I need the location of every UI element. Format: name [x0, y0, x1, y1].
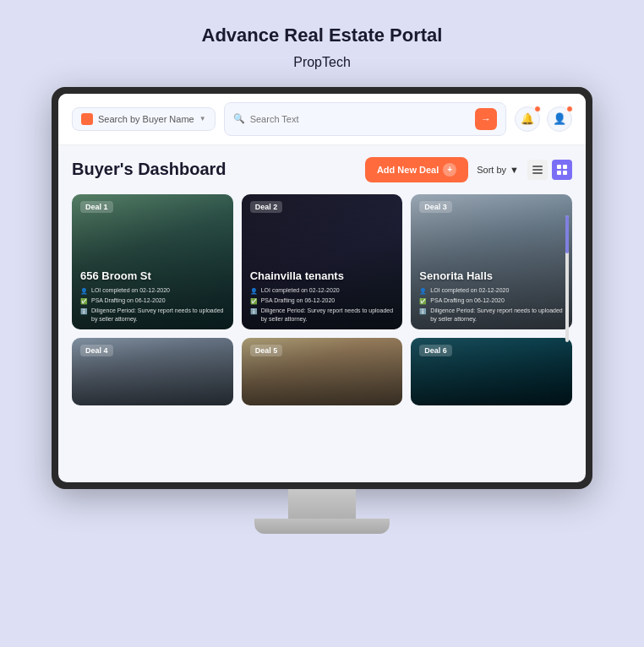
grid-view-button[interactable]	[552, 160, 572, 180]
deal-card[interactable]: Deal 2 Chainvilla tenants 👤 LOI complete…	[242, 194, 403, 329]
deals-area: Deal 1 656 Broom St 👤 LOI completed on 0…	[72, 194, 572, 405]
grid-icon	[557, 165, 567, 175]
bell-icon: 🔔	[521, 112, 534, 125]
search-go-button[interactable]: →	[475, 108, 497, 130]
search-icon: 🔍	[233, 113, 245, 124]
deal-card[interactable]: Deal 5	[242, 338, 403, 405]
profile-badge	[566, 106, 573, 112]
status-text: Diligence Period: Survey report needs to…	[261, 307, 395, 322]
deal-status-items: 👤 LOI completed on 02-12-2020 ✅ PSA Draf…	[419, 286, 564, 322]
buyer-icon	[81, 113, 93, 125]
monitor-stand-base	[254, 519, 390, 534]
sort-chevron-icon: ▼	[510, 165, 519, 175]
deal-card-content: Deal 1 656 Broom St 👤 LOI completed on 0…	[72, 194, 233, 329]
svg-rect-1	[532, 169, 543, 171]
page-title: Advance Real Estate Portal	[202, 24, 443, 48]
deal-status-item: 👤 LOI completed on 02-12-2020	[80, 286, 225, 295]
status-text: Diligence Period: Survey report needs to…	[91, 307, 225, 322]
deal-status-items: 👤 LOI completed on 02-12-2020 ✅ PSA Draf…	[80, 286, 225, 322]
deal-card-content: Deal 5	[242, 338, 403, 405]
profile-icon: 👤	[553, 112, 566, 125]
deal-label: Deal 2	[250, 201, 283, 213]
dashboard-header: Buyer's Dashboard Add New Deal + Sort by…	[72, 157, 572, 182]
deal-name: 656 Broom St	[80, 269, 225, 283]
deal-label: Deal 5	[250, 345, 283, 356]
add-deal-button[interactable]: Add New Deal +	[365, 157, 468, 182]
svg-rect-4	[563, 165, 567, 169]
status-text: PSA Drafting on 06-12-2020	[261, 296, 336, 304]
deal-label: Deal 3	[419, 201, 452, 213]
status-text: LOI completed on 02-12-2020	[261, 286, 340, 294]
deal-label: Deal 6	[419, 345, 452, 356]
deal-label: Deal 4	[80, 345, 113, 356]
deal-card[interactable]: Deal 3 Senorita Halls 👤 LOI completed on…	[411, 194, 572, 329]
deal-card-content: Deal 3 Senorita Halls 👤 LOI completed on…	[411, 194, 572, 329]
list-view-button[interactable]	[527, 160, 548, 180]
deal-card[interactable]: Deal 4	[72, 338, 233, 405]
deal-status-item: ✅ PSA Drafting on 06-12-2020	[250, 296, 395, 305]
deals-grid: Deal 1 656 Broom St 👤 LOI completed on 0…	[72, 194, 572, 405]
list-icon	[532, 166, 543, 174]
svg-rect-5	[557, 171, 561, 175]
chevron-down-icon: ▼	[199, 115, 206, 122]
scroll-thumb	[565, 215, 569, 253]
deal-info: 656 Broom St 👤 LOI completed on 02-12-20…	[80, 213, 225, 323]
deal-info: Chainvilla tenants 👤 LOI completed on 02…	[250, 213, 395, 323]
deal-status-item: 👤 LOI completed on 02-12-2020	[250, 286, 395, 295]
search-bar: 🔍 →	[224, 102, 506, 136]
monitor-frame: Search by Buyer Name ▼ 🔍 → 🔔	[52, 87, 592, 489]
deal-status-item: 👤 LOI completed on 02-12-2020	[419, 286, 564, 295]
sort-by-label: Sort by	[477, 165, 506, 175]
monitor-screen: Search by Buyer Name ▼ 🔍 → 🔔	[58, 94, 586, 482]
deal-label: Deal 1	[80, 201, 113, 213]
arrow-right-icon: →	[481, 113, 491, 125]
sort-by-button[interactable]: Sort by ▼	[477, 165, 519, 175]
deal-info: Senorita Halls 👤 LOI completed on 02-12-…	[419, 213, 564, 323]
monitor: Search by Buyer Name ▼ 🔍 → 🔔	[52, 87, 592, 534]
deal-status-items: 👤 LOI completed on 02-12-2020 ✅ PSA Draf…	[250, 286, 395, 322]
deal-status-item: ✅ PSA Drafting on 06-12-2020	[80, 296, 225, 305]
svg-rect-0	[532, 166, 543, 167]
scroll-indicator	[565, 215, 569, 342]
profile-button[interactable]: 👤	[547, 106, 572, 132]
notification-badge	[534, 106, 541, 112]
status-text: PSA Drafting on 06-12-2020	[91, 296, 166, 304]
view-toggle	[527, 160, 572, 180]
header-actions: Add New Deal + Sort by ▼	[365, 157, 572, 182]
status-text: LOI completed on 02-12-2020	[91, 286, 170, 294]
deal-name: Senorita Halls	[419, 269, 564, 283]
plus-icon: +	[443, 163, 456, 177]
status-text: Diligence Period: Survey report needs to…	[430, 307, 564, 322]
deal-status-item: ✅ PSA Drafting on 06-12-2020	[419, 296, 564, 305]
deal-status-item: ℹ️ Diligence Period: Survey report needs…	[250, 307, 395, 322]
svg-rect-2	[532, 172, 543, 174]
page-subtitle: PropTech	[202, 55, 443, 70]
app-navbar: Search by Buyer Name ▼ 🔍 → 🔔	[58, 94, 586, 145]
nav-icons: 🔔 👤	[515, 106, 572, 132]
search-input[interactable]	[250, 114, 470, 124]
svg-rect-6	[563, 171, 567, 175]
deal-status-item: ℹ️ Diligence Period: Survey report needs…	[80, 307, 225, 322]
page-header: Advance Real Estate Portal PropTech	[185, 0, 460, 79]
status-text: PSA Drafting on 06-12-2020	[430, 296, 505, 304]
status-text: LOI completed on 02-12-2020	[430, 286, 509, 294]
monitor-stand-neck	[288, 489, 356, 519]
svg-rect-3	[557, 165, 561, 169]
deal-card[interactable]: Deal 1 656 Broom St 👤 LOI completed on 0…	[72, 194, 233, 329]
deal-card-content: Deal 4	[72, 338, 233, 405]
dashboard-title: Buyer's Dashboard	[72, 160, 226, 179]
deal-card-content: Deal 2 Chainvilla tenants 👤 LOI complete…	[242, 194, 403, 329]
notification-button[interactable]: 🔔	[515, 106, 540, 132]
dashboard-content: Buyer's Dashboard Add New Deal + Sort by…	[58, 145, 586, 417]
buyer-dropdown[interactable]: Search by Buyer Name ▼	[72, 107, 216, 131]
add-deal-label: Add New Deal	[377, 165, 439, 175]
deal-status-item: ℹ️ Diligence Period: Survey report needs…	[419, 307, 564, 322]
deal-name: Chainvilla tenants	[250, 269, 395, 283]
deal-card[interactable]: Deal 6	[411, 338, 572, 405]
deal-card-content: Deal 6	[411, 338, 572, 405]
buyer-dropdown-label: Search by Buyer Name	[98, 114, 194, 124]
